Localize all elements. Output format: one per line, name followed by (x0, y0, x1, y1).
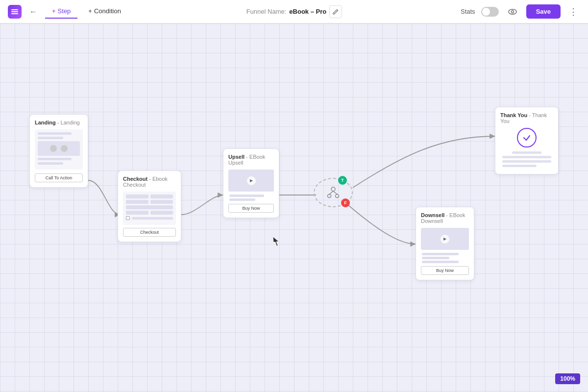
preview-line-2 (38, 137, 63, 139)
condition-icon (326, 185, 341, 200)
cursor-indicator (272, 236, 278, 245)
form-row-2 (126, 200, 173, 204)
header: ← + Step + Condition Funnel Name: eBook … (0, 0, 588, 24)
downsell-video-preview: ▶ (421, 228, 469, 250)
edit-funnel-name-button[interactable] (329, 5, 342, 18)
stats-toggle[interactable] (481, 7, 499, 17)
stats-label: Stats (461, 8, 475, 15)
upsell-cta-button[interactable]: Buy Now (228, 204, 274, 213)
form-checkbox-row (126, 216, 173, 220)
preview-dot-2 (61, 145, 68, 152)
svg-point-3 (509, 9, 516, 14)
svg-point-7 (336, 195, 339, 198)
svg-rect-1 (11, 11, 18, 12)
form-field-3 (126, 200, 148, 204)
tab-step-label: Step (58, 7, 71, 15)
landing-card[interactable]: Landing - Landing Call To Action (29, 114, 88, 188)
form-row-1 (126, 195, 173, 198)
thankyou-content-preview (500, 151, 553, 167)
header-right: Stats Save ⋮ (461, 4, 580, 20)
downsell-play-icon: ▶ (441, 235, 449, 244)
thankyou-check-icon (517, 128, 537, 147)
svg-rect-0 (11, 9, 18, 10)
more-options-button[interactable]: ⋮ (566, 5, 580, 19)
form-field-7 (150, 211, 173, 215)
form-field-2 (150, 195, 173, 198)
preview-line-1 (38, 132, 72, 135)
form-field-1 (126, 195, 148, 198)
form-check-label (132, 217, 173, 220)
upsell-video-preview: ▶ (228, 170, 274, 192)
form-field-5 (126, 205, 173, 209)
svg-point-4 (511, 10, 514, 13)
upsell-line-1 (229, 195, 264, 197)
form-field-6 (126, 211, 148, 215)
condition-circle: T F (314, 178, 353, 207)
save-button[interactable]: Save (526, 4, 561, 19)
tab-step[interactable]: + Step (45, 4, 77, 19)
ty-line-1 (512, 151, 541, 154)
preview-image (38, 141, 80, 156)
checkout-card-title: Checkout - Ebook Checkout (123, 176, 176, 188)
checkout-cta-button[interactable]: Checkout (123, 228, 176, 237)
funnel-name-section: Funnel Name: eBook – Pro (132, 5, 457, 18)
checkout-card[interactable]: Checkout - Ebook Checkout Chec (118, 171, 181, 242)
downsell-line-2 (422, 257, 449, 259)
condition-true-badge: T (338, 176, 347, 185)
connectors-svg (0, 24, 588, 392)
upsell-line-2 (229, 198, 255, 201)
tab-condition-plus: + (88, 7, 92, 15)
form-checkbox (126, 216, 130, 220)
back-button[interactable]: ← (25, 4, 41, 20)
landing-card-title: Landing - Landing (35, 120, 83, 125)
form-field-4 (150, 200, 173, 204)
tab-condition[interactable]: + Condition (81, 4, 128, 19)
logo-icon[interactable] (8, 5, 22, 19)
svg-point-5 (331, 187, 335, 191)
play-icon: ▶ (247, 176, 256, 185)
tab-condition-label: Condition (94, 7, 121, 15)
thankyou-card-title: Thank You - Thank You (500, 112, 553, 124)
ty-line-4 (502, 165, 537, 167)
funnel-name-value: eBook – Pro (289, 8, 326, 15)
upsell-card[interactable]: Upsell - EBook Upsell ▶ Buy Now (223, 148, 279, 218)
preview-button[interactable] (505, 4, 520, 20)
zoom-indicator: 100% (555, 373, 580, 384)
downsell-cta-button[interactable]: Buy Now (421, 266, 469, 275)
condition-node[interactable]: T F (314, 178, 353, 207)
preview-line-3 (38, 158, 72, 160)
ty-line-2 (502, 156, 551, 158)
upsell-card-title: Upsell - EBook Upsell (228, 154, 274, 166)
landing-preview (35, 129, 83, 170)
landing-cta-button[interactable]: Call To Action (35, 173, 83, 182)
form-row-4 (126, 211, 173, 215)
condition-false-badge: F (341, 198, 350, 207)
preview-line-4 (38, 162, 63, 165)
svg-point-6 (328, 195, 331, 198)
downsell-card[interactable]: Downsell - EBook Downsell ▶ Buy Now (416, 207, 474, 280)
downsell-line-1 (422, 253, 459, 255)
svg-line-8 (329, 191, 333, 195)
svg-rect-2 (11, 13, 18, 14)
checkout-form-preview (123, 192, 176, 225)
ty-line-3 (502, 160, 551, 163)
preview-dot-1 (50, 145, 57, 152)
form-row-3 (126, 205, 173, 209)
downsell-card-title: Downsell - EBook Downsell (421, 212, 469, 224)
thankyou-card[interactable]: Thank You - Thank You (495, 107, 559, 174)
funnel-name-label: Funnel Name: (246, 8, 287, 15)
tab-step-plus: + (52, 7, 56, 15)
funnel-canvas[interactable]: Landing - Landing Call To Action Checkou… (0, 24, 588, 392)
downsell-line-3 (422, 261, 459, 263)
svg-line-9 (333, 191, 337, 195)
